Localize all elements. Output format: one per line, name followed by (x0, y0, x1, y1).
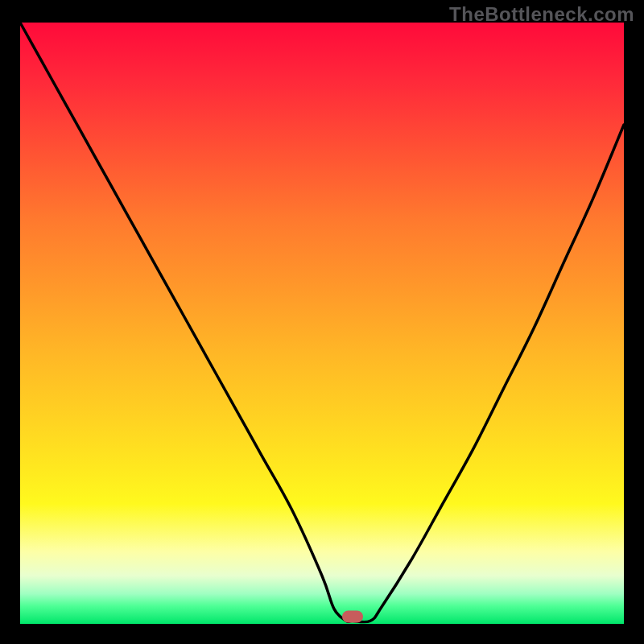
plot-area (20, 23, 624, 624)
chart-frame: TheBottleneck.com (0, 0, 644, 644)
bottleneck-curve (20, 23, 624, 624)
optimal-point-marker (342, 611, 363, 623)
